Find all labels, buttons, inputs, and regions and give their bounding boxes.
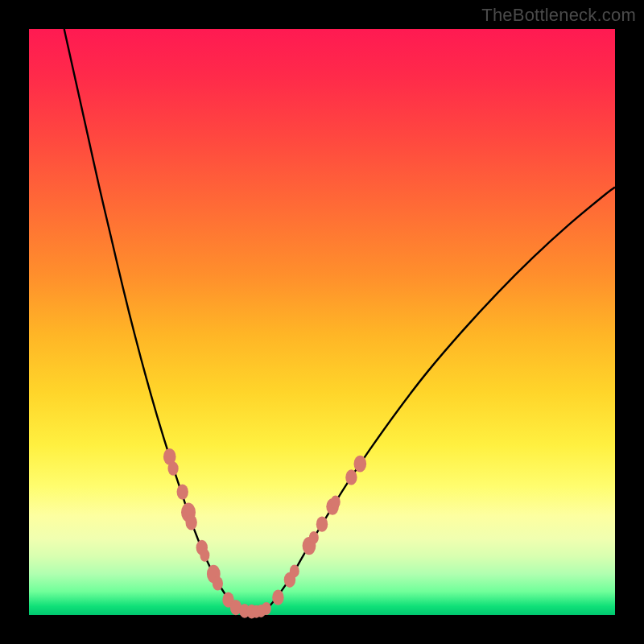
chart-frame: TheBottleneck.com (0, 0, 644, 644)
marker-dot (290, 564, 299, 577)
marker-dot (345, 469, 357, 485)
marker-dot (200, 549, 209, 562)
marker-dot (354, 456, 367, 473)
marker-dot (331, 496, 341, 509)
marker-dot (309, 531, 319, 544)
bottleneck-curve (64, 29, 615, 612)
marker-dot (213, 576, 223, 591)
marker-dot (272, 590, 283, 605)
marker-dot (262, 602, 271, 615)
watermark-text: TheBottleneck.com (481, 5, 636, 26)
chart-svg (29, 29, 615, 615)
marker-dot (177, 485, 188, 500)
marker-dot (167, 461, 178, 476)
curve-path (64, 29, 615, 612)
marker-dots (163, 448, 366, 618)
marker-dot (185, 514, 196, 530)
plot-area (29, 29, 615, 615)
marker-dot (316, 517, 328, 532)
